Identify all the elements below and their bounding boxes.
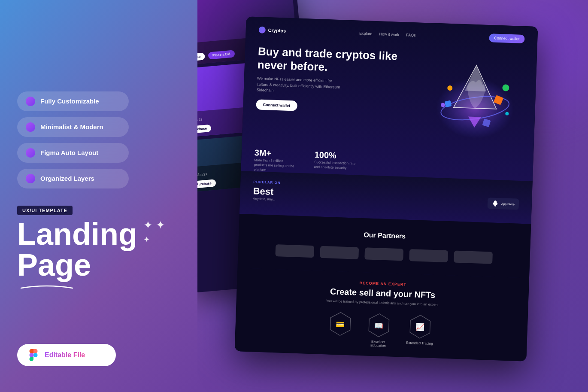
expert-item-2: 📖 Excellent Education — [363, 313, 394, 348]
partners-section: Our Partners — [237, 214, 531, 278]
svg-text:💳: 💳 — [336, 320, 345, 329]
bs-subtitle: Anytime, any... — [253, 197, 276, 201]
feature-badges: Fully Customizable Minimalist & Modern F… — [17, 91, 180, 188]
screen-main: Cryptos Explore How it work FAQs Connect… — [235, 16, 538, 361]
editable-file-badge[interactable]: Editable File — [17, 344, 116, 366]
nft2-timer: 8h 41m 2s — [197, 117, 203, 122]
hero-cta-btn[interactable]: Connect wallet — [256, 99, 297, 111]
expert-icons-row: 💳 📖 Excellent Education — [248, 309, 515, 352]
nav-link-how[interactable]: How it work — [379, 32, 399, 37]
nav-link-faq[interactable]: FAQs — [406, 33, 416, 37]
expert-item-3: 📈 Extended Trading — [406, 314, 434, 349]
nav-connect-btn[interactable]: Connect wallet — [489, 33, 525, 43]
nft1-bid-btn[interactable]: Place a bid — [208, 50, 235, 59]
expert-hex-1: 💳 — [329, 312, 352, 337]
svg-text:📖: 📖 — [374, 321, 384, 331]
expert-hex-2: 📖 — [368, 313, 390, 338]
bs-title: Best — [253, 185, 276, 198]
badge-dot-2 — [26, 122, 35, 132]
expert-hex-3: 📈 — [409, 314, 431, 339]
stat-100: 100% Successful transaction rate and abs… — [314, 150, 358, 176]
stat-3m-desc: More than 3 million products are selling… — [254, 158, 297, 173]
hero-3d-visual — [427, 51, 524, 149]
nft2-purchase-btn[interactable]: Purchase — [197, 125, 212, 134]
stat-3m: 3M+ More than 3 million products are sel… — [254, 148, 297, 173]
app-store-badge[interactable]: App Store — [487, 198, 519, 210]
feature-badge-customizable: Fully Customizable — [17, 91, 129, 111]
nft3-timer: 8h 41m 2s — [197, 172, 207, 177]
partner-logos — [251, 243, 517, 265]
figma-icon — [27, 349, 39, 361]
expert-label-2: Excellent Education — [363, 339, 394, 348]
stat-100-value: 100% — [314, 150, 358, 161]
sparkle-decoration: ✦ ✦ ✦ — [143, 219, 165, 245]
feature-badge-layers: Organized Layers — [17, 169, 129, 188]
logo-text: Cryptos — [268, 27, 286, 33]
expert-item-1: 💳 — [329, 312, 352, 347]
badge-dot-1 — [26, 97, 35, 106]
expert-label-3: Extended Trading — [406, 341, 433, 346]
underline-decoration — [19, 283, 75, 291]
hero-description: We make NFTs easier and more efficient f… — [257, 76, 343, 96]
badge-text-1: Fully Customizable — [40, 97, 99, 105]
feature-badge-minimalist: Minimalist & Modern — [17, 117, 129, 137]
partner-logo-5 — [454, 251, 493, 264]
partner-logo-2 — [320, 246, 359, 259]
left-panel: Fully Customizable Minimalist & Modern F… — [0, 0, 197, 392]
badge-text-2: Minimalist & Modern — [40, 123, 103, 131]
badge-text-3: Figma Auto Layout — [40, 149, 98, 156]
mock-logo: Cryptos — [258, 26, 286, 34]
hero-content: Buy and trade cryptos like never before.… — [255, 45, 524, 149]
svg-text:📈: 📈 — [415, 322, 425, 332]
template-label: UX/UI TEMPLATE — [17, 206, 73, 215]
hex-svg-2: 📖 — [367, 312, 390, 339]
nav-link-explore[interactable]: Explore — [359, 31, 373, 36]
hero-title: Buy and trade cryptos like never before. — [257, 45, 430, 77]
apple-icon — [492, 200, 499, 207]
hex-svg-3: 📈 — [409, 313, 431, 340]
hero-section: Cryptos Explore How it work FAQs Connect… — [241, 16, 538, 181]
editable-text: Editable File — [45, 351, 85, 359]
badge-dot-3 — [26, 148, 35, 158]
logo-icon — [258, 26, 266, 33]
hero-3d-svg — [427, 51, 524, 149]
app-store-text: App Store — [501, 202, 515, 206]
partner-logo-1 — [275, 244, 314, 258]
mock-navbar: Cryptos Explore How it work FAQs Connect… — [258, 25, 524, 43]
partners-title: Our Partners — [252, 227, 518, 244]
stat-100-desc: Successful transaction rate and absolute… — [314, 160, 357, 171]
nft1-purchase-btn[interactable]: Purchase — [197, 52, 205, 62]
hero-text: Buy and trade cryptos like never before.… — [256, 45, 430, 115]
partner-logo-4 — [409, 249, 448, 262]
feature-badge-figma: Figma Auto Layout — [17, 143, 129, 163]
expert-section: BECOME AN EXPERT Create sell and your NF… — [235, 268, 529, 362]
badge-dot-4 — [26, 174, 35, 183]
right-panel: 8h 41m 2s 4.10 ETH Purchase Place a bid … — [197, 0, 588, 392]
hex-svg-1: 💳 — [329, 310, 352, 338]
stat-3m-value: 3M+ — [254, 148, 297, 159]
main-title: Landing Page — [17, 219, 137, 280]
nft3-purchase-btn[interactable]: Purchase — [197, 179, 216, 188]
nav-links: Explore How it work FAQs — [359, 31, 416, 38]
badge-text-4: Organized Layers — [40, 175, 94, 182]
partner-logo-3 — [364, 247, 403, 261]
